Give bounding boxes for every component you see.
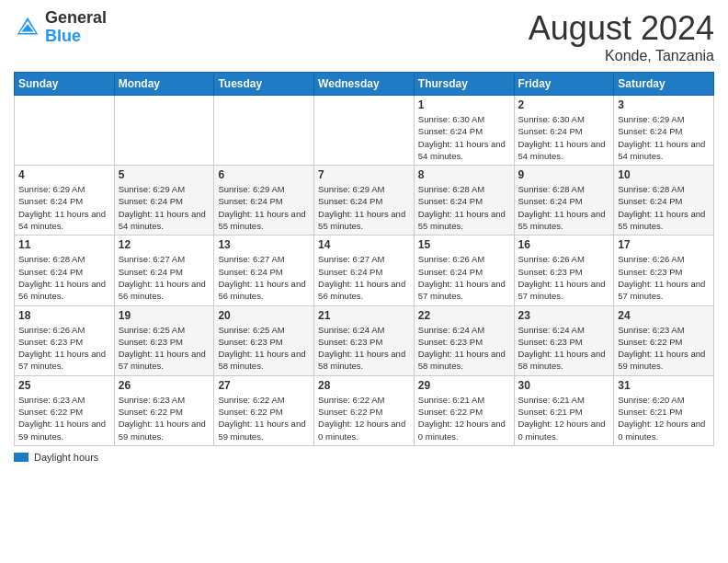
header-saturday: Saturday bbox=[614, 73, 714, 96]
day-info: Sunrise: 6:27 AMSunset: 6:24 PMDaylight:… bbox=[218, 253, 310, 302]
day-number: 22 bbox=[418, 309, 510, 322]
day-info: Sunrise: 6:25 AMSunset: 6:23 PMDaylight:… bbox=[218, 324, 310, 373]
calendar-cell-3-6: 16Sunrise: 6:26 AMSunset: 6:23 PMDayligh… bbox=[514, 236, 614, 305]
daylight-label: Daylight hours bbox=[34, 452, 98, 463]
location: Konde, Tanzania bbox=[529, 48, 714, 64]
day-info: Sunrise: 6:28 AMSunset: 6:24 PMDaylight:… bbox=[18, 253, 110, 302]
calendar-cell-3-2: 12Sunrise: 6:27 AMSunset: 6:24 PMDayligh… bbox=[114, 236, 214, 305]
logo-text: General Blue bbox=[45, 9, 107, 46]
calendar-table: Sunday Monday Tuesday Wednesday Thursday… bbox=[14, 72, 714, 446]
day-header-row: Sunday Monday Tuesday Wednesday Thursday… bbox=[15, 73, 714, 96]
day-info: Sunrise: 6:29 AMSunset: 6:24 PMDaylight:… bbox=[318, 183, 410, 232]
header-thursday: Thursday bbox=[414, 73, 514, 96]
day-info: Sunrise: 6:29 AMSunset: 6:24 PMDaylight:… bbox=[18, 183, 110, 232]
day-info: Sunrise: 6:23 AMSunset: 6:22 PMDaylight:… bbox=[18, 394, 110, 442]
day-info: Sunrise: 6:23 AMSunset: 6:22 PMDaylight:… bbox=[119, 394, 210, 442]
calendar-cell-4-3: 20Sunrise: 6:25 AMSunset: 6:23 PMDayligh… bbox=[214, 305, 314, 375]
day-number: 16 bbox=[518, 238, 610, 251]
day-number: 30 bbox=[518, 379, 610, 392]
title-block: August 2024 Konde, Tanzania bbox=[529, 9, 714, 64]
day-info: Sunrise: 6:29 AMSunset: 6:24 PMDaylight:… bbox=[618, 113, 710, 162]
logo-general-text: General bbox=[45, 9, 107, 28]
calendar-page: General Blue August 2024 Konde, Tanzania… bbox=[0, 0, 728, 563]
calendar-cell-5-3: 27Sunrise: 6:22 AMSunset: 6:22 PMDayligh… bbox=[214, 375, 314, 445]
calendar-cell-4-2: 19Sunrise: 6:25 AMSunset: 6:23 PMDayligh… bbox=[114, 305, 214, 375]
day-info: Sunrise: 6:22 AMSunset: 6:22 PMDaylight:… bbox=[318, 394, 410, 442]
day-number: 10 bbox=[618, 168, 710, 181]
day-number: 7 bbox=[318, 168, 410, 181]
calendar-cell-4-5: 22Sunrise: 6:24 AMSunset: 6:23 PMDayligh… bbox=[414, 305, 514, 375]
calendar-cell-1-7: 3Sunrise: 6:29 AMSunset: 6:24 PMDaylight… bbox=[614, 96, 714, 166]
header-monday: Monday bbox=[114, 73, 214, 96]
day-number: 23 bbox=[518, 309, 610, 322]
day-number: 26 bbox=[119, 379, 210, 392]
calendar-cell-1-5: 1Sunrise: 6:30 AMSunset: 6:24 PMDaylight… bbox=[414, 96, 514, 166]
day-number: 13 bbox=[218, 238, 310, 251]
logo-icon bbox=[14, 14, 41, 41]
day-info: Sunrise: 6:26 AMSunset: 6:23 PMDaylight:… bbox=[618, 253, 710, 302]
day-info: Sunrise: 6:23 AMSunset: 6:22 PMDaylight:… bbox=[618, 324, 710, 373]
calendar-cell-5-7: 31Sunrise: 6:20 AMSunset: 6:21 PMDayligh… bbox=[614, 375, 714, 445]
calendar-cell-2-3: 6Sunrise: 6:29 AMSunset: 6:24 PMDaylight… bbox=[214, 166, 314, 236]
day-number: 18 bbox=[18, 309, 110, 322]
day-info: Sunrise: 6:24 AMSunset: 6:23 PMDaylight:… bbox=[318, 324, 410, 373]
day-number: 20 bbox=[218, 309, 310, 322]
calendar-cell-1-6: 2Sunrise: 6:30 AMSunset: 6:24 PMDaylight… bbox=[514, 96, 614, 166]
day-info: Sunrise: 6:21 AMSunset: 6:22 PMDaylight:… bbox=[418, 394, 510, 442]
day-info: Sunrise: 6:27 AMSunset: 6:24 PMDaylight:… bbox=[318, 253, 410, 302]
day-info: Sunrise: 6:24 AMSunset: 6:23 PMDaylight:… bbox=[418, 324, 510, 373]
calendar-cell-1-3 bbox=[214, 96, 314, 166]
day-number: 25 bbox=[18, 379, 110, 392]
calendar-cell-3-1: 11Sunrise: 6:28 AMSunset: 6:24 PMDayligh… bbox=[15, 236, 115, 305]
day-number: 15 bbox=[418, 238, 510, 251]
calendar-cell-4-7: 24Sunrise: 6:23 AMSunset: 6:22 PMDayligh… bbox=[614, 305, 714, 375]
day-number: 3 bbox=[618, 98, 710, 111]
day-info: Sunrise: 6:26 AMSunset: 6:23 PMDaylight:… bbox=[18, 324, 110, 373]
month-title: August 2024 bbox=[529, 9, 714, 48]
day-info: Sunrise: 6:30 AMSunset: 6:24 PMDaylight:… bbox=[418, 113, 510, 162]
week-row-4: 18Sunrise: 6:26 AMSunset: 6:23 PMDayligh… bbox=[15, 305, 714, 375]
calendar-cell-2-7: 10Sunrise: 6:28 AMSunset: 6:24 PMDayligh… bbox=[614, 166, 714, 236]
day-number: 29 bbox=[418, 379, 510, 392]
header: General Blue August 2024 Konde, Tanzania bbox=[14, 9, 714, 64]
day-number: 27 bbox=[218, 379, 310, 392]
week-row-1: 1Sunrise: 6:30 AMSunset: 6:24 PMDaylight… bbox=[15, 96, 714, 166]
day-info: Sunrise: 6:29 AMSunset: 6:24 PMDaylight:… bbox=[218, 183, 310, 232]
calendar-cell-2-2: 5Sunrise: 6:29 AMSunset: 6:24 PMDaylight… bbox=[114, 166, 214, 236]
day-info: Sunrise: 6:30 AMSunset: 6:24 PMDaylight:… bbox=[518, 113, 610, 162]
calendar-cell-5-5: 29Sunrise: 6:21 AMSunset: 6:22 PMDayligh… bbox=[414, 375, 514, 445]
day-info: Sunrise: 6:24 AMSunset: 6:23 PMDaylight:… bbox=[518, 324, 610, 373]
calendar-cell-4-6: 23Sunrise: 6:24 AMSunset: 6:23 PMDayligh… bbox=[514, 305, 614, 375]
day-info: Sunrise: 6:28 AMSunset: 6:24 PMDaylight:… bbox=[518, 183, 610, 232]
day-number: 24 bbox=[618, 309, 710, 322]
day-info: Sunrise: 6:26 AMSunset: 6:24 PMDaylight:… bbox=[418, 253, 510, 302]
day-info: Sunrise: 6:21 AMSunset: 6:21 PMDaylight:… bbox=[518, 394, 610, 442]
day-number: 5 bbox=[119, 168, 210, 181]
calendar-cell-1-1 bbox=[15, 96, 115, 166]
calendar-cell-5-4: 28Sunrise: 6:22 AMSunset: 6:22 PMDayligh… bbox=[314, 375, 415, 445]
day-number: 14 bbox=[318, 238, 410, 251]
calendar-cell-4-1: 18Sunrise: 6:26 AMSunset: 6:23 PMDayligh… bbox=[15, 305, 115, 375]
day-info: Sunrise: 6:27 AMSunset: 6:24 PMDaylight:… bbox=[119, 253, 210, 302]
day-number: 11 bbox=[18, 238, 110, 251]
calendar-cell-4-4: 21Sunrise: 6:24 AMSunset: 6:23 PMDayligh… bbox=[314, 305, 415, 375]
week-row-5: 25Sunrise: 6:23 AMSunset: 6:22 PMDayligh… bbox=[15, 375, 714, 445]
day-info: Sunrise: 6:26 AMSunset: 6:23 PMDaylight:… bbox=[518, 253, 610, 302]
day-number: 31 bbox=[618, 379, 710, 392]
day-number: 4 bbox=[18, 168, 110, 181]
calendar-cell-1-2 bbox=[114, 96, 214, 166]
day-info: Sunrise: 6:20 AMSunset: 6:21 PMDaylight:… bbox=[618, 394, 710, 442]
calendar-cell-5-2: 26Sunrise: 6:23 AMSunset: 6:22 PMDayligh… bbox=[114, 375, 214, 445]
day-number: 17 bbox=[618, 238, 710, 251]
day-number: 1 bbox=[418, 98, 510, 111]
header-tuesday: Tuesday bbox=[214, 73, 314, 96]
day-number: 19 bbox=[119, 309, 210, 322]
day-number: 8 bbox=[418, 168, 510, 181]
calendar-cell-2-1: 4Sunrise: 6:29 AMSunset: 6:24 PMDaylight… bbox=[15, 166, 115, 236]
logo: General Blue bbox=[14, 9, 107, 46]
day-number: 2 bbox=[518, 98, 610, 111]
header-sunday: Sunday bbox=[15, 73, 115, 96]
calendar-cell-1-4 bbox=[314, 96, 415, 166]
calendar-cell-5-1: 25Sunrise: 6:23 AMSunset: 6:22 PMDayligh… bbox=[15, 375, 115, 445]
calendar-cell-2-6: 9Sunrise: 6:28 AMSunset: 6:24 PMDaylight… bbox=[514, 166, 614, 236]
